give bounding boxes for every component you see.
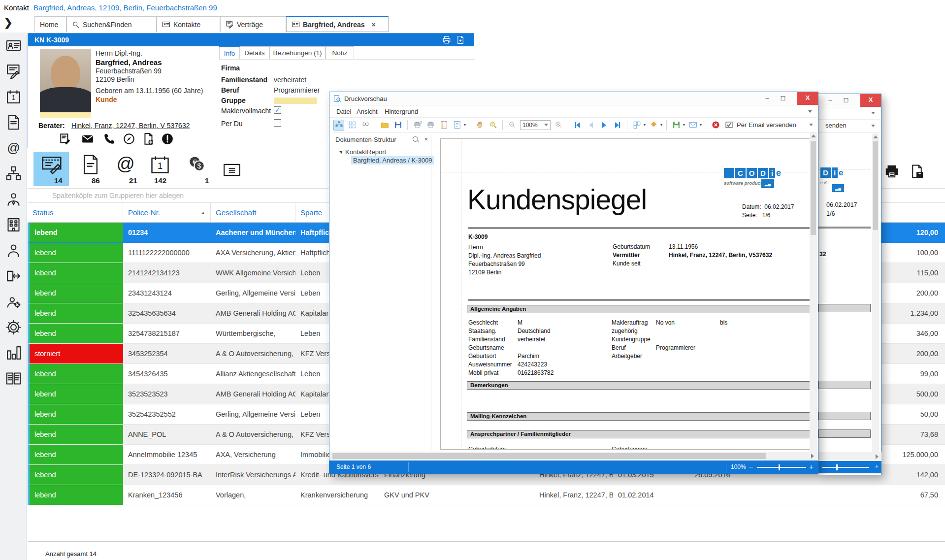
window-titlebar[interactable]: Druckvorschau – ◻ X: [329, 92, 818, 105]
breadcrumb-title[interactable]: Bargfried, Andreas, 12109, Berlin, Feuer…: [33, 3, 217, 12]
sidebar-item-benutzer-einstellungen[interactable]: [0, 289, 27, 314]
previous-page-button[interactable]: [586, 120, 596, 131]
sidebar-item-kontakt[interactable]: [0, 33, 27, 58]
cell-gesellschaft[interactable]: A & O Autoversicherung, Ol...: [211, 344, 295, 364]
alert-icon[interactable]: [161, 132, 174, 145]
cell-beginn[interactable]: 01.02.2014: [613, 485, 689, 505]
cell-status[interactable]: lebend: [28, 445, 123, 465]
cell-gesellschaft[interactable]: Allianz Aktiengesellschaft,: [211, 364, 295, 384]
document-map-button[interactable]: [333, 120, 344, 131]
sidebar-expand-icon[interactable]: ❯: [4, 17, 13, 29]
cell-gesellschaft[interactable]: Gerling, Allgemeine Versich...: [211, 283, 295, 303]
zoom-in-button[interactable]: [553, 120, 564, 131]
close-icon[interactable]: X: [797, 92, 818, 105]
cell-status[interactable]: lebend: [28, 404, 123, 425]
compass-icon[interactable]: [123, 132, 135, 145]
menu-hintergrund[interactable]: Hintergrund: [385, 108, 418, 115]
cell-status[interactable]: lebend: [28, 425, 123, 445]
tab-home[interactable]: Home: [34, 16, 66, 32]
rear-hscrollbar[interactable]: [818, 452, 881, 461]
export-document-button[interactable]: [671, 120, 682, 131]
cell-status[interactable]: lebend: [28, 324, 123, 344]
preview-vscrollbar[interactable]: [810, 132, 817, 452]
chevron-down-icon[interactable]: [808, 110, 812, 113]
sidebar-item-einstellungen[interactable]: [0, 314, 27, 340]
table-row[interactable]: lebendKranken_123456Vorlagen,Krankenvers…: [28, 485, 945, 505]
minimize-icon[interactable]: –: [823, 94, 838, 107]
maximize-icon[interactable]: ◻: [839, 94, 853, 107]
export-page-icon[interactable]: [456, 35, 465, 44]
cell-police-nr[interactable]: 3254738215187: [123, 324, 211, 344]
cell-gesellschaft[interactable]: WWK Allgemeine Versicher...: [211, 263, 295, 283]
cell-vermittler[interactable]: Hinkel, Franz, 12247, Berli...: [534, 485, 613, 505]
cell-gesellschaft[interactable]: AXA Versicherung, Aktienge...: [211, 243, 295, 263]
cell-gesellschaft[interactable]: InterRisk Versicherungs AG,: [211, 465, 295, 485]
tree-root[interactable]: KontaktReport: [345, 148, 386, 156]
cell-gesellschaft[interactable]: Vorlagen,: [211, 485, 295, 505]
cell-gesellschaft[interactable]: A & O Autoversicherung, Ol...: [211, 425, 295, 445]
chevron-down-icon[interactable]: [871, 112, 875, 114]
sidebar-item-kalender[interactable]: 1: [0, 84, 27, 109]
cell-gesellschaft[interactable]: AMB Generali Holding AG,: [211, 303, 295, 324]
zoom-level-combobox[interactable]: 100%: [520, 120, 551, 130]
cell-gesellschaft[interactable]: AXA, Versicherung: [211, 445, 295, 465]
cell-police-nr[interactable]: DE-123324-092015-BA: [123, 465, 211, 485]
print-dialog-button[interactable]: ?: [412, 120, 423, 131]
perdu-checkbox[interactable]: [274, 119, 281, 127]
sidebar-item-export[interactable]: [0, 263, 27, 289]
cell-police-nr[interactable]: 2141242134123: [123, 263, 211, 283]
first-page-button[interactable]: [572, 120, 583, 131]
close-icon[interactable]: X: [860, 94, 881, 107]
send-email-button[interactable]: [687, 120, 698, 131]
tree-node-selected[interactable]: Bargfried, Andreas / K-3009: [351, 156, 434, 165]
pin-icon[interactable]: [413, 136, 418, 142]
phone-icon[interactable]: [103, 132, 116, 145]
cell-police-nr[interactable]: AnneImmobilie 12345: [123, 445, 211, 465]
cell-police-nr[interactable]: 3453252354: [123, 344, 211, 364]
cell-police-nr[interactable]: 352542352552: [123, 404, 211, 425]
sidebar-item-katalog[interactable]: [0, 365, 27, 391]
minimize-icon[interactable]: –: [760, 92, 775, 105]
last-page-button[interactable]: [612, 120, 623, 131]
edit-contract-icon[interactable]: [59, 132, 71, 145]
menu-datei[interactable]: Datei: [336, 108, 351, 115]
berater-link[interactable]: Hinkel, Franz, 12247, Berlin, V 537632: [71, 122, 190, 130]
chevron-down-icon[interactable]: [809, 124, 813, 126]
karte-icon[interactable]: [223, 163, 241, 177]
rear-scrollbar[interactable]: [872, 133, 879, 461]
hand-tool-button[interactable]: [474, 120, 485, 131]
contact-tab-beziehungen[interactable]: Beziehungen (1): [269, 46, 326, 60]
magnifier-button[interactable]: [488, 120, 498, 131]
tab-suchen-finden[interactable]: Suchen&Finden: [66, 16, 157, 32]
tab-bargfried-andreas[interactable]: Bargfried, Andreas ×: [286, 16, 389, 32]
sidebar-item-dokumente[interactable]: [0, 109, 27, 135]
print-list-icon[interactable]: [883, 164, 900, 179]
cell-ende[interactable]: [689, 485, 773, 505]
thumbnails-button[interactable]: [347, 120, 358, 131]
add-document-icon[interactable]: [142, 132, 155, 145]
close-preview-button[interactable]: [710, 120, 721, 131]
cell-police-nr[interactable]: 23431243124: [123, 283, 211, 303]
multipage-button[interactable]: [631, 120, 642, 131]
tab-vertraege[interactable]: Verträge: [220, 16, 286, 32]
sidebar-item-berater[interactable]: [0, 186, 27, 212]
cell-gesellschaft[interactable]: AMB Generali Holding AG,: [211, 384, 295, 404]
contact-tab-notiz[interactable]: Notiz: [326, 46, 354, 60]
cell-status[interactable]: lebend: [28, 283, 123, 303]
sidebar-item-email[interactable]: @: [0, 135, 27, 161]
save-button[interactable]: [392, 120, 403, 131]
zoom-slider-thumb[interactable]: [779, 464, 780, 470]
cell-betrag[interactable]: 67,50: [773, 485, 945, 505]
cell-sparte[interactable]: Krankenversicherung: [295, 485, 379, 505]
cell-gesellschaft[interactable]: Gerling, Allgemeine Versich...: [211, 404, 295, 425]
panel-close-icon[interactable]: ×: [424, 135, 428, 143]
contact-tab-info[interactable]: Info: [219, 46, 240, 60]
cell-status[interactable]: lebend: [28, 243, 123, 263]
cell-status[interactable]: lebend: [28, 465, 123, 485]
cell-police-nr[interactable]: 3523523523: [123, 384, 211, 404]
export-list-icon[interactable]: [909, 164, 925, 179]
column-header-gesellschaft[interactable]: Gesellschaft: [211, 203, 295, 223]
cell-police-nr[interactable]: 3454326435: [123, 364, 211, 384]
sidebar-item-gesellschaft[interactable]: [0, 212, 27, 237]
open-button[interactable]: [379, 120, 390, 131]
